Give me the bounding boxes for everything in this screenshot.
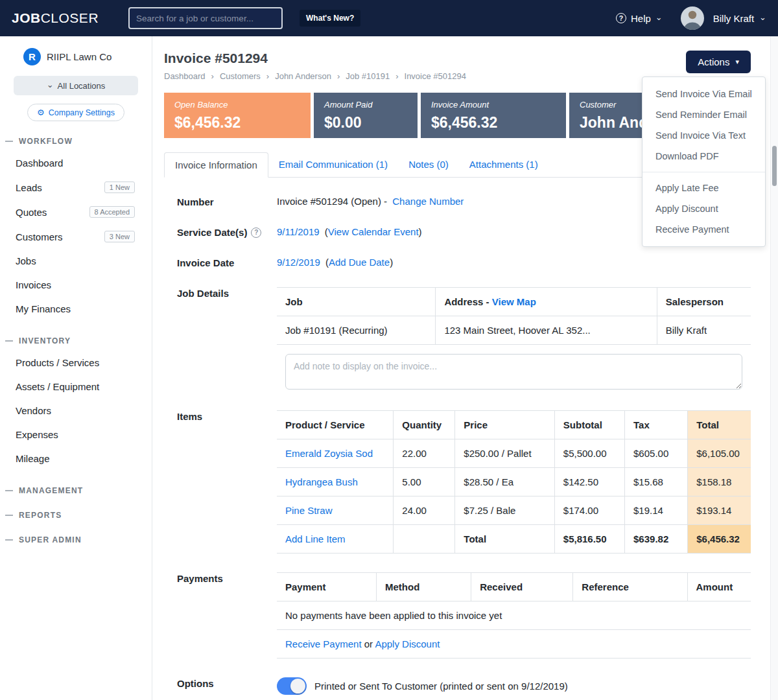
chevron-down-icon: ⌄ [655,12,663,22]
section-super-admin[interactable]: SUPER ADMIN [0,535,152,544]
printed-sent-toggle[interactable] [277,677,307,695]
stat-label: Invoice Amount [431,100,556,110]
tab-attachments[interactable]: Attachments (1) [459,152,548,178]
menu-item-send-invoice-text[interactable]: Send Invoice Via Text [642,125,765,146]
scrollbar-track [770,36,778,700]
job-column-header: Job [277,288,436,316]
tab-invoice-information[interactable]: Invoice Information [164,152,268,178]
stat-value: $6,456.32 [431,114,556,132]
menu-item-receive-payment[interactable]: Receive Payment [642,219,765,240]
menu-item-download-pdf[interactable]: Download PDF [642,146,765,167]
empty-cell [394,525,455,554]
item-subtotal: $142.50 [554,468,624,496]
total-header: Total [688,411,751,439]
logo-bold: JOB [12,10,41,25]
items-row: Items Product / Service Quantity Price S… [177,410,751,554]
actions-button[interactable]: Actions ▾ [686,51,751,73]
section-reports[interactable]: REPORTS [0,511,152,520]
item-tax: $19.14 [625,496,688,525]
breadcrumb-job[interactable]: Job #10191 [346,71,390,81]
tab-notes[interactable]: Notes (0) [398,152,459,178]
breadcrumb-separator: › [395,71,398,81]
job-cell[interactable]: Job #10191 (Recurring) [277,316,436,345]
whats-new-button[interactable]: What's New? [300,10,360,27]
breadcrumb-customers[interactable]: Customers [220,71,261,81]
paren: ) [390,257,393,268]
search-input[interactable] [128,7,283,29]
invoice-date-row: Invoice Date 9/12/2019 (Add Due Date) [177,257,751,268]
user-menu[interactable]: Billy Kraft ⌄ [713,13,766,24]
sidebar-item-quotes[interactable]: Quotes 8 Accepted [0,200,152,224]
tab-email-communication[interactable]: Email Communication (1) [268,152,398,178]
printed-sent-text: Printed or Sent To Customer (printed or … [314,681,568,692]
avatar[interactable] [681,6,704,30]
sidebar-item-jobs[interactable]: Jobs [0,249,152,273]
breadcrumb-dashboard[interactable]: Dashboard [164,71,206,81]
actions-label: Actions [698,56,729,67]
item-name-link[interactable]: Pine Straw [285,505,333,516]
stat-label: Amount Paid [324,100,407,110]
sidebar-item-expenses[interactable]: Expenses [0,423,152,447]
sidebar-item-assets-equipment[interactable]: Assets / Equipment [0,375,152,399]
change-number-link[interactable]: Change Number [392,196,464,207]
sidebar-item-label: Mileage [16,453,50,464]
invoice-note-input[interactable] [285,354,742,390]
all-locations-label: All Locations [58,81,106,91]
salesperson-cell: Billy Kraft [657,316,751,345]
logo[interactable]: JOBCLOSER [12,10,99,26]
payments-label: Payments [177,572,277,584]
company-header: R RIIPL Lawn Co [0,48,152,65]
sidebar-item-vendors[interactable]: Vendors [0,399,152,423]
items-header-row: Product / Service Quantity Price Subtota… [277,411,751,439]
section-management[interactable]: MANAGEMENT [0,486,152,495]
item-subtotal: $174.00 [554,496,624,525]
payments-empty-message: No payments have been applied to this in… [277,601,751,630]
company-name: RIIPL Lawn Co [47,51,112,62]
sidebar-item-products-services[interactable]: Products / Services [0,351,152,375]
scrollbar[interactable] [772,146,777,186]
menu-item-send-reminder-email[interactable]: Send Reminder Email [642,104,765,125]
all-locations-dropdown[interactable]: ⌄ All Locations [14,76,138,95]
apply-discount-link[interactable]: Apply Discount [375,638,440,649]
item-name-link[interactable]: Emerald Zoysia Sod [285,448,373,459]
add-line-item-link[interactable]: Add Line Item [285,533,346,544]
sidebar-item-my-finances[interactable]: My Finances [0,297,152,321]
chevron-down-icon: ⌄ [759,12,766,22]
help-label: Help [631,13,651,24]
menu-item-send-invoice-email[interactable]: Send Invoice Via Email [642,84,765,104]
sidebar-item-label: Jobs [16,255,36,266]
company-settings-button[interactable]: ⚙ Company Settings [27,104,124,121]
sidebar-item-mileage[interactable]: Mileage [0,447,152,471]
help-menu[interactable]: ? Help ⌄ [616,13,663,24]
payments-table: Payment Method Received Reference Amount… [277,572,751,659]
sidebar-item-dashboard[interactable]: Dashboard [0,151,152,175]
service-date-link[interactable]: 9/11/2019 [277,226,320,237]
section-inventory: INVENTORY [0,336,152,345]
breadcrumb-separator: › [266,71,269,81]
menu-item-apply-late-fee[interactable]: Apply Late Fee [642,178,765,198]
method-header: Method [377,573,471,601]
tooltip-icon[interactable]: ? [251,228,261,238]
item-qty: 5.00 [394,468,455,496]
view-map-link[interactable]: View Map [492,296,536,307]
service-date-label: Service Date(s) [177,227,247,238]
sidebar-item-label: My Finances [16,303,71,314]
totals-label: Total [455,525,555,554]
invoice-date-link[interactable]: 9/12/2019 [277,257,320,268]
stat-label: Open Balance [174,100,300,110]
item-name-link[interactable]: Hydrangea Bush [285,476,358,487]
sidebar-item-leads[interactable]: Leads 1 New [0,175,152,200]
payments-row: Payments Payment Method Received Referen… [177,572,751,659]
view-calendar-event-link[interactable]: View Calendar Event [328,226,419,237]
add-due-date-link[interactable]: Add Due Date [329,257,390,268]
help-icon: ? [616,13,626,23]
payments-empty-row: No payments have been applied to this in… [277,601,751,630]
totals-tax-link[interactable]: $639.82 [625,525,688,554]
breadcrumb-customer-name[interactable]: John Anderson [275,71,331,81]
sidebar-item-customers[interactable]: Customers 3 New [0,224,152,249]
sidebar-item-invoices[interactable]: Invoices [0,273,152,297]
actions-dropdown-menu: Send Invoice Via Email Send Reminder Ema… [642,76,766,247]
sidebar-item-label: Invoices [16,279,51,290]
receive-payment-link[interactable]: Receive Payment [285,638,362,649]
menu-item-apply-discount[interactable]: Apply Discount [642,198,765,219]
